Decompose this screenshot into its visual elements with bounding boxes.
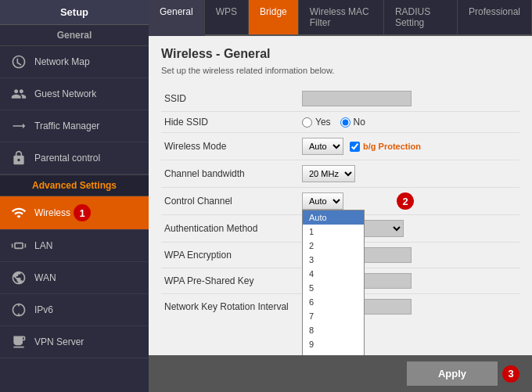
ssid-control: [302, 91, 519, 106]
hide-ssid-no-radio[interactable]: [340, 117, 350, 128]
ssid-input[interactable]: [302, 91, 412, 106]
wireless-mode-row: Wireless Mode Auto b/g Protection: [161, 133, 519, 160]
sidebar-item-parental-control[interactable]: Parental control: [0, 142, 149, 174]
dd-item-6[interactable]: 6: [303, 295, 364, 309]
page-description: Set up the wireless related information …: [161, 66, 519, 75]
tab-professional[interactable]: Professional: [458, 0, 532, 34]
channel-bandwidth-control: 20 MHz 40 MHz: [302, 165, 519, 182]
tab-bar: General WPS Bridge Wireless MAC Filter R…: [149, 0, 532, 36]
sidebar-item-wan[interactable]: WAN: [0, 262, 149, 294]
lan-label: LAN: [34, 240, 52, 251]
badge-1: 1: [74, 204, 91, 221]
dd-item-2[interactable]: 2: [303, 239, 364, 253]
hide-ssid-label: Hide SSID: [161, 117, 302, 128]
channel-bandwidth-select[interactable]: 20 MHz 40 MHz: [302, 165, 355, 182]
wan-label: WAN: [34, 272, 56, 283]
wireless-mode-label: Wireless Mode: [161, 141, 302, 152]
content-area: Wireless - General Set up the wireless r…: [149, 36, 532, 355]
bg-protection-checkbox[interactable]: [350, 142, 360, 152]
bg-protection-option[interactable]: b/g Protection: [350, 142, 421, 152]
dd-item-10[interactable]: 10: [303, 351, 364, 355]
network-map-icon: [9, 54, 28, 70]
sidebar-item-vpn-server[interactable]: VPN Server: [0, 326, 149, 358]
page-title: Wireless - General: [161, 47, 519, 61]
guest-network-icon: [9, 86, 28, 102]
dd-item-9[interactable]: 9: [303, 337, 364, 351]
traffic-manager-icon: [9, 118, 28, 134]
control-channel-dropdown[interactable]: Auto 1 2 3 4 5 6 7 8 9 10 11: [302, 210, 365, 355]
ipv6-icon: [9, 302, 28, 318]
sidebar-item-wireless[interactable]: Wireless 1: [0, 196, 149, 230]
auth-method-label: Authentication Method: [161, 223, 302, 234]
channel-bandwidth-label: Channel bandwidth: [161, 168, 302, 179]
wan-icon: [9, 270, 28, 286]
sidebar-item-guest-network[interactable]: Guest Network: [0, 78, 149, 110]
main-panel: General WPS Bridge Wireless MAC Filter R…: [149, 0, 532, 392]
hide-ssid-no-option[interactable]: No: [340, 117, 365, 128]
sidebar-item-traffic-manager[interactable]: Traffic Manager: [0, 110, 149, 142]
ssid-label: SSID: [161, 93, 302, 104]
sidebar-general-section: General: [0, 25, 149, 46]
sidebar-item-network-map[interactable]: Network Map: [0, 46, 149, 78]
dd-item-7[interactable]: 7: [303, 309, 364, 323]
wireless-mode-select[interactable]: Auto: [302, 138, 343, 155]
wpa-psk-label: WPA Pre-Shared Key: [161, 275, 302, 286]
wireless-label: Wireless: [34, 207, 70, 218]
hide-ssid-row: Hide SSID Yes No: [161, 112, 519, 133]
advanced-settings-label: Advanced Settings: [0, 174, 149, 196]
guest-network-label: Guest Network: [34, 88, 96, 99]
control-channel-label: Control Channel: [161, 196, 302, 207]
wpa-encryption-label: WPA Encryption: [161, 250, 302, 261]
network-key-rotation-label: Network Key Rotation Interval: [161, 301, 302, 312]
dd-item-auto[interactable]: Auto: [303, 210, 364, 225]
hide-ssid-yes-option[interactable]: Yes: [302, 117, 331, 128]
ssid-row: SSID: [161, 86, 519, 112]
dd-item-5[interactable]: 5: [303, 281, 364, 295]
ipv6-label: IPv6: [34, 304, 53, 315]
hide-ssid-control: Yes No: [302, 117, 519, 128]
tab-wireless-mac-filter[interactable]: Wireless MAC Filter: [299, 0, 384, 34]
dd-item-3[interactable]: 3: [303, 253, 364, 267]
dd-item-1[interactable]: 1: [303, 225, 364, 239]
tab-general[interactable]: General: [149, 0, 205, 36]
badge-2: 2: [397, 192, 414, 210]
parental-control-icon: [9, 150, 28, 166]
traffic-manager-label: Traffic Manager: [34, 120, 99, 131]
vpn-server-icon: [9, 334, 28, 350]
control-channel-row: Control Channel Auto Auto 1 2 3 4 5 6 7: [161, 188, 519, 215]
network-map-label: Network Map: [34, 56, 90, 67]
tab-wps[interactable]: WPS: [205, 0, 249, 34]
hide-ssid-yes-radio[interactable]: [302, 117, 312, 128]
vpn-server-label: VPN Server: [34, 336, 84, 347]
channel-bandwidth-row: Channel bandwidth 20 MHz 40 MHz: [161, 160, 519, 188]
sidebar: Setup General Network Map Guest Network …: [0, 0, 149, 392]
badge-3: 3: [502, 365, 519, 383]
tab-bridge[interactable]: Bridge: [249, 0, 299, 34]
dd-item-4[interactable]: 4: [303, 267, 364, 281]
sidebar-item-ipv6[interactable]: IPv6: [0, 294, 149, 326]
apply-button[interactable]: Apply: [407, 361, 498, 386]
tab-radius-setting[interactable]: RADIUS Setting: [384, 0, 458, 34]
control-channel-select[interactable]: Auto: [302, 192, 343, 210]
sidebar-item-lan[interactable]: LAN: [0, 230, 149, 262]
parental-control-label: Parental control: [34, 153, 100, 164]
control-channel-control: Auto Auto 1 2 3 4 5 6 7 8 9 10: [302, 192, 519, 210]
wireless-mode-control: Auto b/g Protection: [302, 138, 519, 155]
apply-bar: Apply 3: [149, 355, 532, 392]
sidebar-setup-label: Setup: [0, 0, 149, 25]
wireless-icon: [9, 205, 28, 221]
dd-item-8[interactable]: 8: [303, 323, 364, 337]
lan-icon: [9, 238, 28, 254]
